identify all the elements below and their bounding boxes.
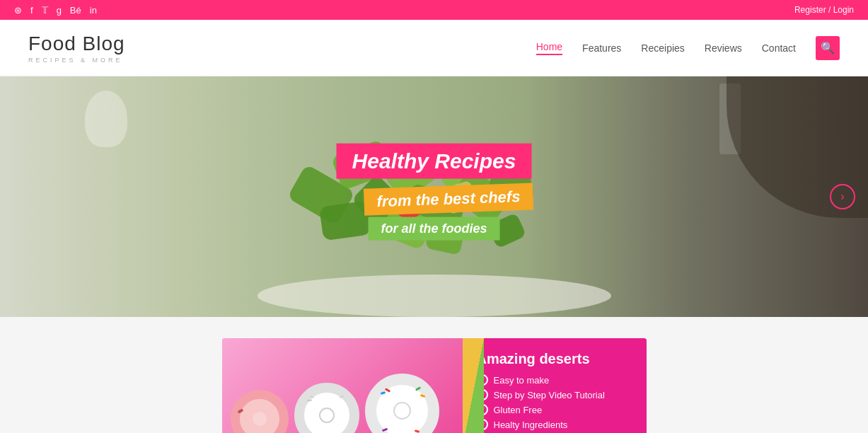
logo: Food Blog Recipes & More: [28, 33, 125, 64]
nav-reviews[interactable]: Reviews: [705, 42, 742, 54]
register-login-link[interactable]: Register / Login: [794, 5, 854, 15]
dessert-card: Amazing deserts ✓ Easy to make ✓ Step by…: [222, 338, 647, 433]
behance-icon[interactable]: Bé: [70, 5, 81, 16]
dessert-feature-1: ✓ Easy to make: [477, 374, 632, 386]
linkedin-icon[interactable]: in: [90, 5, 97, 16]
hero-content: Healthy Recipes from the best chefs for …: [335, 144, 533, 241]
nav-features[interactable]: Features: [582, 42, 621, 54]
logo-subtitle: Recipes & More: [28, 57, 125, 64]
dessert-feature-2: ✓ Step by Step Video Tutorial: [477, 389, 632, 400]
logo-title: Food Blog: [28, 33, 125, 55]
header: Food Blog Recipes & More Home Features R…: [0, 20, 868, 76]
nav-contact[interactable]: Contact: [762, 42, 796, 54]
hero-subheadline: from the best chefs: [363, 183, 533, 215]
dessert-feature-4: ✓ Healty Ingredients: [477, 419, 632, 430]
main-nav: Home Features Receipies Reviews Contact …: [536, 36, 840, 60]
hero-tagline: for all the foodies: [368, 217, 499, 241]
nav-receipies[interactable]: Receipies: [641, 42, 684, 54]
twitter-icon[interactable]: 𝕋: [42, 5, 48, 16]
facebook-icon[interactable]: f: [30, 5, 33, 16]
social-icons: ⊛ f 𝕋 g Bé in: [14, 5, 97, 16]
google-icon[interactable]: g: [57, 5, 62, 16]
dessert-images: [222, 338, 463, 433]
dessert-info: Amazing deserts ✓ Easy to make ✓ Step by…: [463, 338, 647, 433]
pinterest-icon[interactable]: ⊛: [14, 5, 22, 16]
search-button[interactable]: 🔍: [816, 36, 840, 60]
top-bar: ⊛ f 𝕋 g Bé in Register / Login: [0, 0, 868, 20]
hero-section: Healthy Recipes from the best chefs for …: [0, 76, 868, 317]
hero-next-button[interactable]: ›: [830, 184, 855, 209]
bottom-section: Amazing deserts ✓ Easy to make ✓ Step by…: [0, 317, 868, 433]
dessert-feature-3: ✓ Gluten Free: [477, 404, 632, 415]
diagonal-stripe: [463, 338, 484, 433]
dessert-title: Amazing deserts: [477, 351, 632, 367]
nav-home[interactable]: Home: [536, 41, 562, 55]
hero-headline: Healthy Recipes: [337, 144, 532, 179]
